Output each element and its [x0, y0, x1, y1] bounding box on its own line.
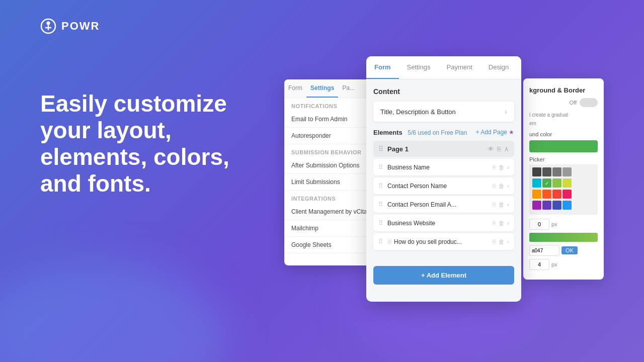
element-copy-icon-3[interactable]: ⎘	[493, 201, 496, 208]
element-name-contact-name: Contact Person Name	[387, 183, 493, 190]
swatch-light-green[interactable]	[552, 178, 561, 188]
tab-settings[interactable]: Settings	[306, 79, 338, 98]
submission-section-title: Submission Behavior	[284, 144, 375, 157]
element-actions-1: ⎘ 🗑 ›	[493, 163, 509, 171]
element-delete-icon-2[interactable]: 🗑	[499, 183, 505, 190]
settings-item-vcita[interactable]: Client Management by vCita	[284, 204, 375, 220]
swatch-lime[interactable]	[562, 178, 572, 188]
element-row-contact-name[interactable]: ⠿ Contact Person Name ⎘ 🗑 ›	[373, 177, 514, 194]
swatch-indigo[interactable]	[552, 201, 561, 210]
px-input-field-2[interactable]	[529, 259, 549, 270]
swatch-orange[interactable]	[532, 190, 541, 199]
gradient-bar[interactable]	[529, 233, 598, 242]
toggle-switch[interactable]	[580, 98, 598, 107]
ok-button[interactable]: OK	[561, 246, 578, 254]
page-collapse-icon[interactable]: ∧	[504, 145, 509, 153]
element-chevron-4[interactable]: ›	[507, 219, 509, 227]
bg-blob-1	[0, 261, 226, 362]
element-copy-icon-5[interactable]: ⎘	[493, 238, 496, 245]
notifications-section-title: Notifications	[284, 98, 375, 111]
design-description2: em	[529, 121, 598, 126]
settings-item-mailchimp[interactable]: Mailchimp	[284, 220, 375, 237]
settings-item-email-admin[interactable]: Email to Form Admin	[284, 111, 375, 128]
title-desc-button[interactable]: Title, Description & Button ›	[373, 102, 514, 122]
chevron-right-icon: ›	[505, 108, 507, 116]
element-chevron-2[interactable]: ›	[507, 182, 509, 190]
element-list-icon-5: ☰	[387, 239, 392, 244]
element-drag-icon-5: ⠿	[378, 238, 383, 245]
element-chevron-5[interactable]: ›	[507, 238, 509, 245]
element-copy-icon-1[interactable]: ⎘	[493, 164, 496, 171]
svg-point-1	[47, 22, 50, 25]
element-delete-icon-1[interactable]: 🗑	[499, 164, 505, 171]
swatch-cyan[interactable]	[532, 178, 541, 188]
form-panel: Form Settings Payment Design Content Tit…	[366, 56, 521, 302]
page-copy-icon[interactable]: ⎘	[497, 145, 501, 153]
element-row-business-name[interactable]: ⠿ Business Name ⎘ 🗑 ›	[373, 159, 514, 175]
elements-header: Elements 5/6 used on Free Plan + Add Pag…	[373, 128, 514, 137]
add-element-button[interactable]: + Add Element	[373, 266, 514, 285]
swatch-deep-orange[interactable]	[542, 190, 551, 199]
swatch-gray2[interactable]	[562, 167, 572, 176]
title-desc-text: Title, Description & Button	[380, 108, 456, 116]
element-drag-icon-4: ⠿	[378, 219, 383, 227]
element-delete-icon-3[interactable]: 🗑	[499, 201, 505, 208]
color-swatch-row-4	[532, 201, 595, 210]
elements-label: Elements	[373, 129, 403, 136]
swatch-deep-purple[interactable]	[542, 201, 551, 210]
swatch-purple[interactable]	[532, 201, 541, 210]
headline: Easily customize your layout, elements, …	[40, 90, 302, 197]
settings-item-google-sheets[interactable]: Google Sheets	[284, 237, 375, 253]
form-tab-settings[interactable]: Settings	[399, 56, 439, 79]
element-copy-icon-2[interactable]: ⎘	[493, 183, 496, 190]
element-chevron-1[interactable]: ›	[507, 163, 509, 171]
element-row-business-website[interactable]: ⠿ Business Website ⎘ 🗑 ›	[373, 215, 514, 231]
element-actions-4: ⎘ 🗑 ›	[493, 219, 509, 227]
px-label-2: px	[551, 261, 557, 267]
form-tab-design[interactable]: Design	[480, 56, 517, 79]
px-input-row: px	[529, 219, 598, 230]
element-row-contact-email[interactable]: ⠿ Contact Person Email A... ⎘ 🗑 ›	[373, 196, 514, 213]
tab-form[interactable]: Form	[284, 79, 306, 98]
hex-input-field[interactable]	[529, 245, 559, 256]
swatch-dark1[interactable]	[532, 167, 541, 176]
page-actions: 👁 ⎘ ∧	[488, 145, 509, 153]
color-bar-green[interactable]	[529, 140, 598, 152]
swatch-green[interactable]	[542, 178, 551, 188]
settings-tabs: Form Settings Pa...	[284, 79, 375, 98]
content-section-title: Content	[373, 87, 514, 96]
powr-logo-icon	[40, 18, 56, 34]
logo-area: POWR	[40, 18, 100, 34]
form-tab-form[interactable]: Form	[366, 56, 399, 79]
swatch-pink[interactable]	[562, 190, 572, 199]
settings-item-autoresponder[interactable]: Autoresponder	[284, 128, 375, 144]
px-label-1: px	[551, 221, 557, 227]
swatch-dark2[interactable]	[542, 167, 551, 176]
element-delete-icon-4[interactable]: 🗑	[499, 220, 505, 227]
hex-row: OK	[529, 245, 598, 256]
design-panel: kground & Border Off l create a gradual …	[523, 78, 604, 280]
swatch-gray1[interactable]	[552, 167, 561, 176]
integrations-section-title: Integrations	[284, 191, 375, 204]
tab-payment[interactable]: Pa...	[338, 79, 359, 98]
element-copy-icon-4[interactable]: ⎘	[493, 220, 496, 227]
swatch-red[interactable]	[552, 190, 561, 199]
add-page-button[interactable]: + Add Page ★	[476, 129, 514, 136]
settings-item-limit-submissions[interactable]: Limit Submissions	[284, 174, 375, 191]
px-input-field[interactable]	[529, 219, 549, 230]
element-actions-3: ⎘ 🗑 ›	[493, 201, 509, 208]
element-name-contact-email: Contact Person Email A...	[387, 201, 493, 208]
color-swatch-row-2	[532, 178, 595, 188]
element-row-sell-product[interactable]: ⠿ ☰ How do you sell produc... ⎘ 🗑 ›	[373, 233, 514, 250]
element-drag-icon-3: ⠿	[378, 201, 383, 208]
element-delete-icon-5[interactable]: 🗑	[499, 238, 505, 245]
settings-item-after-submission[interactable]: After Submission Options	[284, 157, 375, 174]
page-eye-icon[interactable]: 👁	[488, 145, 494, 153]
element-chevron-3[interactable]: ›	[507, 201, 509, 208]
swatch-blue[interactable]	[562, 201, 572, 210]
form-panel-tabs: Form Settings Payment Design	[366, 56, 521, 79]
color-section-label: und color	[529, 131, 598, 137]
form-tab-payment[interactable]: Payment	[438, 56, 480, 79]
element-drag-icon-1: ⠿	[378, 163, 383, 171]
color-picker-label: Picker	[529, 156, 598, 162]
